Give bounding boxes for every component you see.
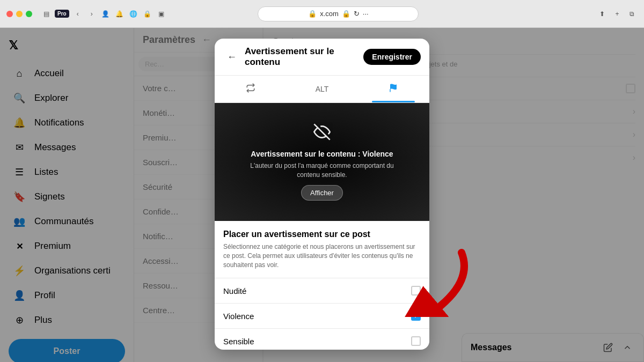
checkbox-violence: Violence <box>215 304 429 329</box>
sensible-checkbox[interactable] <box>411 336 421 346</box>
eye-slash-icon <box>247 123 397 144</box>
minimize-traffic-light[interactable] <box>16 11 23 17</box>
url-bar[interactable]: 🔒 x.com 🔒 ↻ ··· <box>258 6 419 21</box>
preview-content: Avertissement sur le contenu : Violence … <box>238 115 406 209</box>
profile-icon[interactable]: 👤 <box>100 9 111 19</box>
url-secure-icon: 🔒 <box>342 10 350 18</box>
window-icon[interactable]: ⧉ <box>627 9 638 19</box>
violence-label: Violence <box>223 312 254 321</box>
tab-flag[interactable] <box>358 76 429 102</box>
tab-alt[interactable]: ALT <box>286 76 357 102</box>
violence-checkbox[interactable] <box>411 311 421 321</box>
warning-section: Placer un avertissement sur ce post Séle… <box>215 221 429 278</box>
url-text: x.com <box>320 10 339 18</box>
notification-icon[interactable]: 🔔 <box>114 9 125 19</box>
lock-icon[interactable]: 🔒 <box>142 9 153 19</box>
app-icon[interactable]: ▣ <box>156 9 167 19</box>
checkbox-nudite: Nudité <box>215 278 429 304</box>
browser-right-controls: ⬆ + ⧉ <box>597 9 638 19</box>
preview-warning-desc: L'auteur du post l'a marqué comme compor… <box>247 161 397 180</box>
alt-label: ALT <box>316 85 329 93</box>
warning-section-title: Placer un avertissement sur ce post <box>223 230 421 239</box>
preview-area: Avertissement sur le contenu : Violence … <box>215 103 429 221</box>
close-traffic-light[interactable] <box>6 11 13 17</box>
nav-back-icon[interactable]: ‹ <box>72 9 83 19</box>
browser-chrome: ▤ Pro ‹ › 👤 🔔 🌐 🔒 ▣ 🔒 x.com 🔒 ↻ ··· ⬆ + … <box>0 0 644 28</box>
sidebar-toggle-icon[interactable]: ▤ <box>41 9 52 19</box>
fullscreen-traffic-light[interactable] <box>26 11 32 17</box>
sensible-label: Sensible <box>223 337 254 346</box>
modal-back-button[interactable]: ← <box>223 48 240 65</box>
nav-forward-icon[interactable]: › <box>86 9 97 19</box>
show-button[interactable]: Afficher <box>301 185 343 201</box>
extra-icon[interactable]: 🌐 <box>128 9 139 19</box>
preview-warning-title: Avertissement sur le contenu : Violence <box>247 150 397 158</box>
pro-badge: Pro <box>55 10 69 18</box>
modal-title: Avertissement sur le contenu <box>245 46 363 68</box>
new-tab-icon[interactable]: + <box>612 9 623 19</box>
modal-tabs: ALT <box>215 76 429 103</box>
modal-header: ← Avertissement sur le contenu Enregistr… <box>215 39 429 76</box>
flag-icon <box>389 83 398 95</box>
url-reload-icon: ↻ <box>354 10 360 18</box>
browser-left-controls: ▤ Pro ‹ › 👤 🔔 🌐 🔒 ▣ <box>41 9 167 19</box>
url-more-icon: ··· <box>363 10 369 18</box>
register-button[interactable]: Enregistrer <box>363 49 421 65</box>
nudite-checkbox[interactable] <box>411 286 421 295</box>
warning-section-desc: Sélectionnez une catégorie et nous place… <box>223 242 421 269</box>
tab-repost[interactable] <box>215 76 286 102</box>
traffic-lights <box>6 11 32 17</box>
url-lock-icon: 🔒 <box>308 10 317 18</box>
share-icon[interactable]: ⬆ <box>597 9 608 19</box>
repost-icon <box>246 83 255 95</box>
checkbox-sensible: Sensible <box>215 329 429 350</box>
modal-overlay: ← Avertissement sur le contenu Enregistr… <box>0 28 644 362</box>
nudite-label: Nudité <box>223 286 246 295</box>
content-warning-modal: ← Avertissement sur le contenu Enregistr… <box>215 39 429 350</box>
